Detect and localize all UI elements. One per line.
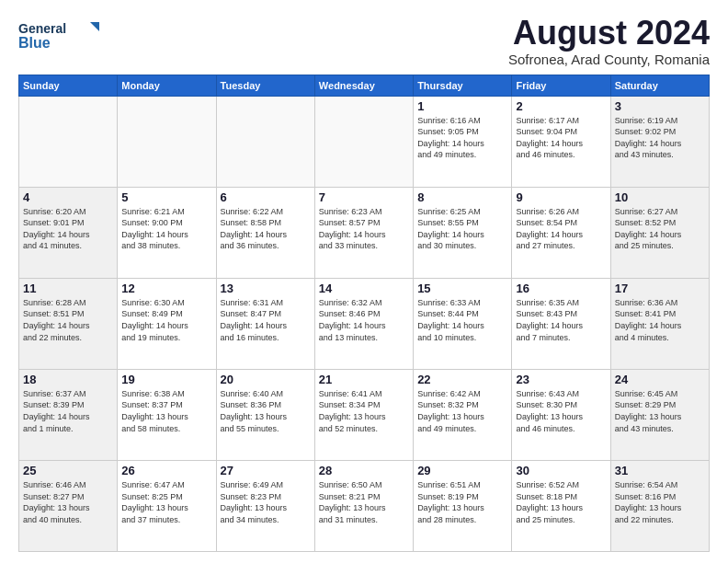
day-number: 17 — [615, 282, 705, 295]
day-number: 28 — [319, 464, 409, 477]
table-row: 11Sunrise: 6:28 AMSunset: 8:51 PMDayligh… — [19, 278, 118, 369]
day-number: 22 — [417, 373, 507, 386]
table-row: 18Sunrise: 6:37 AMSunset: 8:39 PMDayligh… — [19, 369, 118, 460]
col-friday: Friday — [512, 75, 610, 96]
table-row: 19Sunrise: 6:38 AMSunset: 8:37 PMDayligh… — [118, 369, 216, 460]
day-number: 1 — [417, 99, 507, 113]
day-number: 31 — [615, 464, 705, 477]
day-info: Sunrise: 6:45 AMSunset: 8:29 PMDaylight:… — [615, 388, 705, 434]
table-row: 6Sunrise: 6:22 AMSunset: 8:58 PMDaylight… — [216, 187, 314, 278]
day-info: Sunrise: 6:30 AMSunset: 8:49 PMDaylight:… — [121, 297, 211, 343]
day-number: 23 — [516, 373, 606, 386]
table-row: 27Sunrise: 6:49 AMSunset: 8:23 PMDayligh… — [216, 460, 314, 551]
table-row: 28Sunrise: 6:50 AMSunset: 8:21 PMDayligh… — [314, 460, 413, 551]
day-number: 18 — [23, 373, 113, 386]
day-number: 8 — [417, 190, 507, 204]
day-info: Sunrise: 6:26 AMSunset: 8:54 PMDaylight:… — [516, 206, 606, 252]
day-info: Sunrise: 6:50 AMSunset: 8:21 PMDaylight:… — [319, 479, 409, 525]
table-row: 5Sunrise: 6:21 AMSunset: 9:00 PMDaylight… — [118, 187, 216, 278]
table-row — [19, 96, 118, 187]
table-row: 14Sunrise: 6:32 AMSunset: 8:46 PMDayligh… — [314, 278, 413, 369]
calendar-week-row: 18Sunrise: 6:37 AMSunset: 8:39 PMDayligh… — [19, 369, 710, 460]
day-number: 30 — [516, 464, 606, 477]
day-number: 15 — [417, 282, 507, 295]
day-number: 26 — [121, 464, 211, 477]
svg-text:Blue: Blue — [18, 35, 51, 51]
day-info: Sunrise: 6:52 AMSunset: 8:18 PMDaylight:… — [516, 479, 606, 525]
day-info: Sunrise: 6:28 AMSunset: 8:51 PMDaylight:… — [23, 297, 113, 343]
day-number: 9 — [516, 190, 606, 204]
calendar-week-row: 1Sunrise: 6:16 AMSunset: 9:05 PMDaylight… — [19, 96, 710, 187]
day-number: 4 — [23, 190, 113, 204]
table-row: 21Sunrise: 6:41 AMSunset: 8:34 PMDayligh… — [314, 369, 413, 460]
table-row: 3Sunrise: 6:19 AMSunset: 9:02 PMDaylight… — [610, 96, 709, 187]
table-row: 17Sunrise: 6:36 AMSunset: 8:41 PMDayligh… — [610, 278, 709, 369]
day-info: Sunrise: 6:46 AMSunset: 8:27 PMDaylight:… — [23, 479, 113, 525]
table-row: 2Sunrise: 6:17 AMSunset: 9:04 PMDaylight… — [512, 96, 610, 187]
day-info: Sunrise: 6:54 AMSunset: 8:16 PMDaylight:… — [615, 479, 705, 525]
day-info: Sunrise: 6:43 AMSunset: 8:30 PMDaylight:… — [516, 388, 606, 434]
day-info: Sunrise: 6:42 AMSunset: 8:32 PMDaylight:… — [417, 388, 507, 434]
day-info: Sunrise: 6:41 AMSunset: 8:34 PMDaylight:… — [319, 388, 409, 434]
table-row: 26Sunrise: 6:47 AMSunset: 8:25 PMDayligh… — [118, 460, 216, 551]
day-number: 27 — [221, 464, 311, 477]
day-number: 2 — [516, 99, 606, 113]
day-number: 11 — [23, 282, 113, 295]
table-row — [118, 96, 216, 187]
col-sunday: Sunday — [19, 75, 118, 96]
day-number: 6 — [221, 190, 311, 204]
calendar-table: Sunday Monday Tuesday Wednesday Thursday… — [18, 75, 710, 552]
day-info: Sunrise: 6:33 AMSunset: 8:44 PMDaylight:… — [417, 297, 507, 343]
day-info: Sunrise: 6:20 AMSunset: 9:01 PMDaylight:… — [23, 206, 113, 252]
table-row: 24Sunrise: 6:45 AMSunset: 8:29 PMDayligh… — [610, 369, 709, 460]
day-number: 12 — [121, 282, 211, 295]
header: General Blue August 2024 Sofronea, Arad … — [18, 15, 710, 67]
table-row: 8Sunrise: 6:25 AMSunset: 8:55 PMDaylight… — [414, 187, 512, 278]
day-info: Sunrise: 6:19 AMSunset: 9:02 PMDaylight:… — [615, 115, 705, 161]
day-info: Sunrise: 6:51 AMSunset: 8:19 PMDaylight:… — [417, 479, 507, 525]
title-block: August 2024 Sofronea, Arad County, Roman… — [508, 15, 710, 67]
table-row: 16Sunrise: 6:35 AMSunset: 8:43 PMDayligh… — [512, 278, 610, 369]
day-info: Sunrise: 6:27 AMSunset: 8:52 PMDaylight:… — [615, 206, 705, 252]
table-row: 25Sunrise: 6:46 AMSunset: 8:27 PMDayligh… — [19, 460, 118, 551]
day-info: Sunrise: 6:23 AMSunset: 8:57 PMDaylight:… — [319, 206, 409, 252]
table-row: 20Sunrise: 6:40 AMSunset: 8:36 PMDayligh… — [216, 369, 314, 460]
calendar-week-row: 11Sunrise: 6:28 AMSunset: 8:51 PMDayligh… — [19, 278, 710, 369]
page: General Blue August 2024 Sofronea, Arad … — [0, 0, 728, 563]
table-row — [216, 96, 314, 187]
col-wednesday: Wednesday — [314, 75, 413, 96]
table-row: 7Sunrise: 6:23 AMSunset: 8:57 PMDaylight… — [314, 187, 413, 278]
day-number: 13 — [221, 282, 311, 295]
table-row: 9Sunrise: 6:26 AMSunset: 8:54 PMDaylight… — [512, 187, 610, 278]
table-row: 10Sunrise: 6:27 AMSunset: 8:52 PMDayligh… — [610, 187, 709, 278]
location: Sofronea, Arad County, Romania — [508, 52, 710, 67]
day-info: Sunrise: 6:22 AMSunset: 8:58 PMDaylight:… — [221, 206, 311, 252]
day-number: 5 — [121, 190, 211, 204]
table-row — [314, 96, 413, 187]
day-info: Sunrise: 6:47 AMSunset: 8:25 PMDaylight:… — [121, 479, 211, 525]
day-info: Sunrise: 6:38 AMSunset: 8:37 PMDaylight:… — [121, 388, 211, 434]
day-info: Sunrise: 6:25 AMSunset: 8:55 PMDaylight:… — [417, 206, 507, 252]
day-number: 10 — [615, 190, 705, 204]
day-info: Sunrise: 6:32 AMSunset: 8:46 PMDaylight:… — [319, 297, 409, 343]
day-number: 14 — [319, 282, 409, 295]
svg-marker-1 — [90, 22, 99, 31]
day-info: Sunrise: 6:40 AMSunset: 8:36 PMDaylight:… — [221, 388, 311, 434]
day-info: Sunrise: 6:35 AMSunset: 8:43 PMDaylight:… — [516, 297, 606, 343]
month-year: August 2024 — [508, 15, 710, 52]
day-number: 29 — [417, 464, 507, 477]
day-number: 7 — [319, 190, 409, 204]
col-monday: Monday — [118, 75, 216, 96]
table-row: 1Sunrise: 6:16 AMSunset: 9:05 PMDaylight… — [414, 96, 512, 187]
calendar-week-row: 4Sunrise: 6:20 AMSunset: 9:01 PMDaylight… — [19, 187, 710, 278]
day-info: Sunrise: 6:21 AMSunset: 9:00 PMDaylight:… — [121, 206, 211, 252]
svg-text:General: General — [18, 21, 66, 36]
day-info: Sunrise: 6:36 AMSunset: 8:41 PMDaylight:… — [615, 297, 705, 343]
table-row: 22Sunrise: 6:42 AMSunset: 8:32 PMDayligh… — [414, 369, 512, 460]
day-info: Sunrise: 6:31 AMSunset: 8:47 PMDaylight:… — [221, 297, 311, 343]
table-row: 31Sunrise: 6:54 AMSunset: 8:16 PMDayligh… — [610, 460, 709, 551]
day-number: 16 — [516, 282, 606, 295]
day-info: Sunrise: 6:17 AMSunset: 9:04 PMDaylight:… — [516, 115, 606, 161]
day-info: Sunrise: 6:37 AMSunset: 8:39 PMDaylight:… — [23, 388, 113, 434]
day-number: 20 — [221, 373, 311, 386]
